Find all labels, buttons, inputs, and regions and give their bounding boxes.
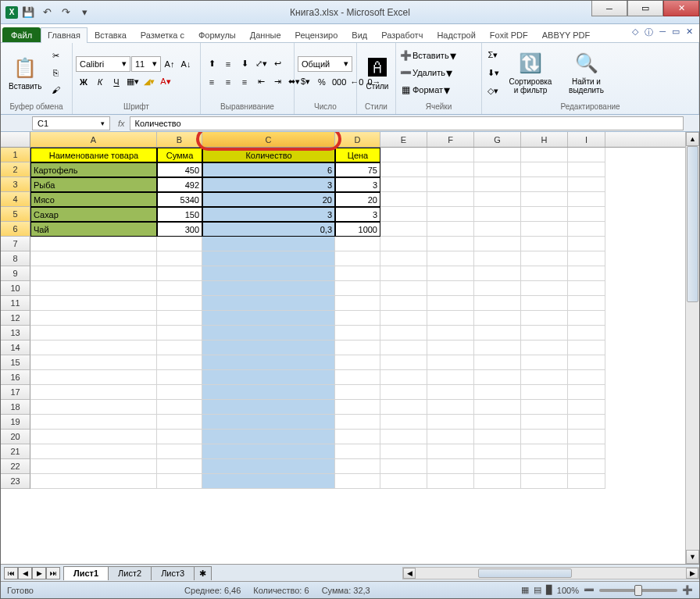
cell-D15[interactable] bbox=[335, 355, 380, 370]
cell-C11[interactable] bbox=[202, 296, 335, 311]
row-header-12[interactable]: 12 bbox=[1, 311, 30, 326]
cell-A23[interactable] bbox=[30, 474, 157, 489]
underline-button[interactable]: Ч bbox=[109, 74, 124, 90]
row-header-3[interactable]: 3 bbox=[1, 177, 30, 192]
sheet-tab-Лист2[interactable]: Лист2 bbox=[108, 566, 152, 580]
cell-C14[interactable] bbox=[202, 341, 335, 355]
cell-D2[interactable]: 75 bbox=[335, 162, 380, 177]
minimize-button[interactable]: ─ bbox=[591, 1, 627, 16]
clear-button[interactable]: ◇▾ bbox=[485, 83, 501, 98]
cell-E20[interactable] bbox=[380, 430, 427, 444]
qat-undo[interactable]: ↶ bbox=[38, 4, 55, 21]
copy-button[interactable]: ⎘ bbox=[48, 65, 63, 80]
row-header-21[interactable]: 21 bbox=[1, 444, 30, 459]
cell-D18[interactable] bbox=[335, 400, 380, 415]
cell-E3[interactable] bbox=[380, 177, 427, 192]
col-header-A[interactable]: A bbox=[30, 132, 157, 147]
row-header-10[interactable]: 10 bbox=[1, 281, 30, 296]
cell-F6[interactable] bbox=[427, 222, 474, 237]
cell-I9[interactable] bbox=[568, 266, 605, 281]
cell-H11[interactable] bbox=[521, 296, 568, 311]
cells-delete-button[interactable]: ➖Удалить▾ bbox=[399, 66, 456, 80]
view-pagebreak-button[interactable]: ▉ bbox=[546, 585, 552, 595]
cell-I2[interactable] bbox=[568, 162, 605, 177]
cell-H10[interactable] bbox=[521, 281, 568, 296]
cell-B16[interactable] bbox=[157, 370, 202, 385]
cell-E13[interactable] bbox=[380, 326, 427, 341]
cell-H9[interactable] bbox=[521, 266, 568, 281]
cell-D6[interactable]: 1000 bbox=[335, 222, 380, 237]
sheet-tab-Лист3[interactable]: Лист3 bbox=[151, 566, 195, 580]
cell-A5[interactable]: Сахар bbox=[30, 207, 157, 222]
cell-E12[interactable] bbox=[380, 311, 427, 326]
col-header-D[interactable]: D bbox=[335, 132, 380, 147]
col-header-H[interactable]: H bbox=[521, 132, 568, 147]
scroll-right-button[interactable]: ▶ bbox=[686, 568, 698, 579]
cell-B9[interactable] bbox=[157, 266, 202, 281]
cell-D23[interactable] bbox=[335, 474, 380, 489]
cell-B22[interactable] bbox=[157, 459, 202, 474]
cell-I21[interactable] bbox=[568, 444, 605, 459]
name-box[interactable]: C1▾ bbox=[32, 116, 110, 130]
cell-A2[interactable]: Картофель bbox=[30, 162, 157, 177]
cell-E7[interactable] bbox=[380, 237, 427, 251]
cell-A10[interactable] bbox=[30, 281, 157, 296]
cell-I22[interactable] bbox=[568, 459, 605, 474]
align-middle-button[interactable]: ≡ bbox=[220, 56, 236, 72]
cell-F16[interactable] bbox=[427, 370, 474, 385]
cell-C18[interactable] bbox=[202, 400, 335, 415]
tab-abbyy pdf[interactable]: ABBYY PDF bbox=[535, 27, 598, 42]
cell-C23[interactable] bbox=[202, 474, 335, 489]
cell-A1[interactable]: Наименование товара bbox=[30, 148, 157, 162]
col-header-B[interactable]: B bbox=[157, 132, 202, 147]
cell-H22[interactable] bbox=[521, 459, 568, 474]
cell-E8[interactable] bbox=[380, 251, 427, 266]
cell-D3[interactable]: 3 bbox=[335, 177, 380, 192]
cell-D4[interactable]: 20 bbox=[335, 192, 380, 207]
cell-I13[interactable] bbox=[568, 326, 605, 341]
font-name-select[interactable]: Calibri▾ bbox=[76, 56, 130, 72]
cell-C4[interactable]: 20 bbox=[202, 192, 335, 207]
tab-вставка[interactable]: Вставка bbox=[88, 27, 134, 42]
cell-D5[interactable]: 3 bbox=[335, 207, 380, 222]
cell-F10[interactable] bbox=[427, 281, 474, 296]
cell-C16[interactable] bbox=[202, 370, 335, 385]
cell-H13[interactable] bbox=[521, 326, 568, 341]
increase-font-button[interactable]: A↑ bbox=[162, 56, 177, 72]
cell-B17[interactable] bbox=[157, 385, 202, 400]
cell-C10[interactable] bbox=[202, 281, 335, 296]
view-layout-button[interactable]: ▤ bbox=[534, 585, 541, 595]
cell-I5[interactable] bbox=[568, 207, 605, 222]
view-normal-button[interactable]: ▦ bbox=[521, 585, 529, 595]
cell-B2[interactable]: 450 bbox=[157, 162, 202, 177]
cell-G12[interactable] bbox=[474, 311, 521, 326]
qat-redo[interactable]: ↷ bbox=[57, 4, 74, 21]
cell-B5[interactable]: 150 bbox=[157, 207, 202, 222]
cell-G10[interactable] bbox=[474, 281, 521, 296]
cell-G2[interactable] bbox=[474, 162, 521, 177]
cell-H16[interactable] bbox=[521, 370, 568, 385]
cell-H12[interactable] bbox=[521, 311, 568, 326]
doc-restore-icon[interactable]: ▭ bbox=[672, 27, 680, 38]
decrease-font-button[interactable]: A↓ bbox=[178, 56, 194, 72]
cell-F12[interactable] bbox=[427, 311, 474, 326]
tab-рецензиро[interactable]: Рецензиро bbox=[288, 27, 345, 42]
cell-C6[interactable]: 0,3 bbox=[202, 222, 335, 237]
zoom-slider[interactable] bbox=[599, 589, 677, 592]
horizontal-scrollbar[interactable]: ◀ ▶ bbox=[402, 567, 699, 579]
fill-button[interactable]: ⬇▾ bbox=[485, 65, 501, 80]
row-header-5[interactable]: 5 bbox=[1, 207, 30, 222]
col-header-E[interactable]: E bbox=[380, 132, 427, 147]
cell-E17[interactable] bbox=[380, 385, 427, 400]
ribbon-minimize-icon[interactable]: ◇ bbox=[632, 27, 638, 38]
cell-F21[interactable] bbox=[427, 444, 474, 459]
cell-F11[interactable] bbox=[427, 296, 474, 311]
cell-I16[interactable] bbox=[568, 370, 605, 385]
cell-D7[interactable] bbox=[335, 237, 380, 251]
cell-D12[interactable] bbox=[335, 311, 380, 326]
cell-B11[interactable] bbox=[157, 296, 202, 311]
italic-button[interactable]: К bbox=[92, 74, 108, 90]
row-header-22[interactable]: 22 bbox=[1, 459, 30, 474]
cell-C3[interactable]: 3 bbox=[202, 177, 335, 192]
cell-G3[interactable] bbox=[474, 177, 521, 192]
